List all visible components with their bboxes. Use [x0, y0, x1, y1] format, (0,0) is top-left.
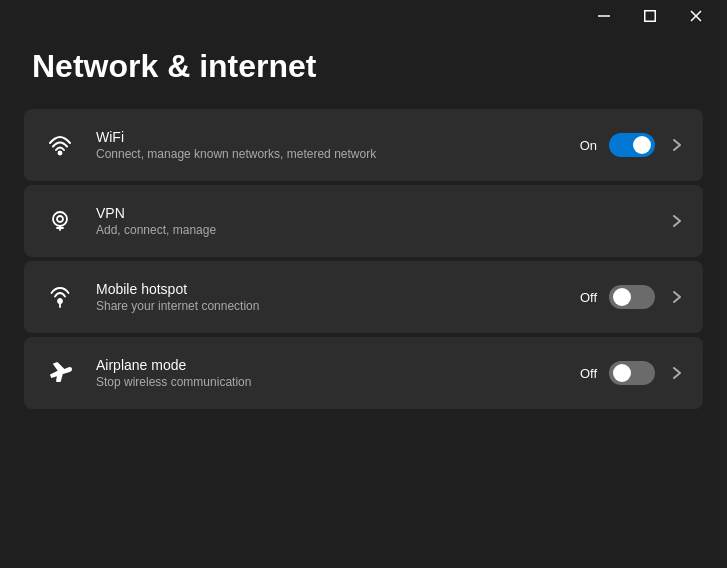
svg-rect-1: [645, 11, 656, 22]
maximize-button[interactable]: [627, 0, 673, 32]
airplane-toggle[interactable]: [609, 361, 655, 385]
hotspot-controls: Off: [580, 285, 687, 309]
settings-item-wifi[interactable]: WiFi Connect, manage known networks, met…: [24, 109, 703, 181]
wifi-toggle-knob: [633, 136, 651, 154]
vpn-text: VPN Add, connect, manage: [96, 205, 667, 237]
settings-item-vpn[interactable]: VPN Add, connect, manage: [24, 185, 703, 257]
wifi-icon: [40, 125, 80, 165]
wifi-subtitle: Connect, manage known networks, metered …: [96, 147, 580, 161]
airplane-chevron: [667, 363, 687, 383]
wifi-toggle-label: On: [580, 138, 597, 153]
vpn-chevron: [667, 211, 687, 231]
svg-point-5: [53, 212, 67, 226]
settings-item-hotspot[interactable]: Mobile hotspot Share your internet conne…: [24, 261, 703, 333]
hotspot-chevron: [667, 287, 687, 307]
airplane-text: Airplane mode Stop wireless communicatio…: [96, 357, 580, 389]
hotspot-icon: [40, 277, 80, 317]
hotspot-toggle-knob: [613, 288, 631, 306]
airplane-controls: Off: [580, 361, 687, 385]
airplane-icon: [40, 353, 80, 393]
wifi-text: WiFi Connect, manage known networks, met…: [96, 129, 580, 161]
page-title: Network & internet: [0, 32, 727, 109]
hotspot-toggle-label: Off: [580, 290, 597, 305]
airplane-toggle-label: Off: [580, 366, 597, 381]
airplane-toggle-knob: [613, 364, 631, 382]
wifi-controls: On: [580, 133, 687, 157]
airplane-subtitle: Stop wireless communication: [96, 375, 580, 389]
hotspot-text: Mobile hotspot Share your internet conne…: [96, 281, 580, 313]
hotspot-subtitle: Share your internet connection: [96, 299, 580, 313]
svg-point-6: [57, 216, 63, 222]
wifi-title: WiFi: [96, 129, 580, 145]
wifi-chevron: [667, 135, 687, 155]
hotspot-title: Mobile hotspot: [96, 281, 580, 297]
settings-item-airplane[interactable]: Airplane mode Stop wireless communicatio…: [24, 337, 703, 409]
wifi-toggle[interactable]: [609, 133, 655, 157]
vpn-icon: [40, 201, 80, 241]
vpn-controls: [667, 211, 687, 231]
hotspot-toggle[interactable]: [609, 285, 655, 309]
close-button[interactable]: [673, 0, 719, 32]
minimize-button[interactable]: [581, 0, 627, 32]
airplane-title: Airplane mode: [96, 357, 580, 373]
settings-list: WiFi Connect, manage known networks, met…: [0, 109, 727, 409]
svg-point-4: [59, 152, 62, 155]
vpn-title: VPN: [96, 205, 667, 221]
vpn-subtitle: Add, connect, manage: [96, 223, 667, 237]
title-bar: [0, 0, 727, 32]
